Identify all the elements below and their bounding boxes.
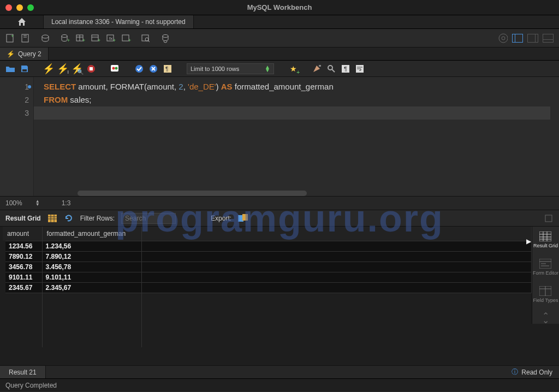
wrap-icon[interactable]: [355, 64, 365, 74]
dropdown-arrows-icon: ▲▼: [265, 66, 270, 72]
create-schema-icon[interactable]: +: [60, 33, 70, 43]
toggle-output-icon[interactable]: [543, 34, 554, 43]
svg-point-31: [328, 66, 332, 70]
home-tab[interactable]: [0, 15, 44, 28]
toggle-autocommit-icon[interactable]: [110, 64, 120, 74]
zoom-window-button[interactable]: [27, 4, 34, 11]
invisible-chars-icon[interactable]: ¶: [341, 64, 350, 74]
readonly-label: Read Only: [521, 369, 552, 376]
save-file-icon[interactable]: [20, 64, 29, 74]
connection-tab[interactable]: Local instance 3306 - Warning - not supp…: [44, 15, 194, 28]
result-toolbar: Result Grid Filter Rows: Export:: [0, 210, 559, 227]
svg-text:+: +: [11, 33, 14, 39]
svg-text:+: +: [113, 38, 116, 43]
svg-point-26: [135, 65, 143, 73]
stop-icon[interactable]: [86, 64, 96, 74]
beautify-icon[interactable]: [312, 64, 322, 74]
create-table-icon[interactable]: +: [75, 33, 85, 43]
zoom-label: 100%: [5, 199, 22, 207]
row-limit-select[interactable]: Limit to 1000 rows ▲▼: [187, 63, 274, 74]
svg-text:fx: fx: [109, 36, 112, 41]
column-header[interactable]: formatted_amount_german: [42, 227, 141, 241]
app-title: MySQL Workbench: [0, 3, 559, 11]
chevron-updown-icon: ⌃⌄: [539, 313, 552, 324]
lightning-icon: ⚡: [7, 50, 15, 58]
svg-rect-22: [90, 67, 93, 70]
execute-current-icon[interactable]: ⚡I: [58, 64, 68, 74]
svg-text:¶: ¶: [165, 66, 168, 72]
rollback-icon[interactable]: [148, 64, 158, 74]
row-limit-label: Limit to 1000 rows: [191, 66, 239, 72]
create-function-icon[interactable]: +: [121, 33, 131, 43]
column-header[interactable]: amount: [3, 227, 42, 241]
toggle-whitespace-icon[interactable]: ¶: [163, 64, 173, 74]
sidepanel-field-types[interactable]: Field Types: [533, 286, 558, 303]
minimize-window-button[interactable]: [16, 4, 23, 11]
readonly-indicator: ⓘ Read Only: [505, 366, 559, 378]
search-table-data-icon[interactable]: [141, 33, 151, 43]
sql-editor[interactable]: 1 2 3 SELECT amount, FORMAT(amount, 2, '…: [0, 77, 559, 196]
field-types-icon: [539, 286, 552, 296]
toggle-sidebar-icon[interactable]: [512, 34, 523, 43]
reconnect-icon[interactable]: [160, 33, 170, 43]
table-row[interactable]: 2345.672.345,67: [3, 282, 532, 293]
query-tabbar: ⚡ Query 2: [0, 47, 559, 61]
titlebar: MySQL Workbench: [0, 0, 559, 15]
commit-icon[interactable]: [134, 64, 144, 74]
inspector-icon[interactable]: [40, 33, 50, 43]
toggle-secondary-sidebar-icon[interactable]: [527, 34, 538, 43]
table-row[interactable]: 7890.127.890,12: [3, 251, 532, 262]
code-area[interactable]: SELECT amount, FORMAT(amount, 2, 'de_DE'…: [34, 77, 559, 196]
svg-rect-35: [48, 215, 57, 222]
result-area: amount formatted_amount_german 1234.561.…: [0, 227, 559, 365]
result-tab[interactable]: Result 21: [0, 366, 46, 378]
close-window-button[interactable]: [5, 4, 12, 11]
table-row[interactable]: 3456.783.456,78: [3, 262, 532, 272]
table-row[interactable]: 1234.561.234,56: [3, 241, 532, 251]
svg-rect-30: [319, 65, 321, 67]
svg-text:+: +: [98, 38, 100, 43]
settings-icon[interactable]: [498, 33, 508, 43]
svg-point-17: [163, 34, 168, 37]
favorite-icon[interactable]: ★+: [288, 64, 298, 74]
svg-text:¶: ¶: [344, 66, 347, 72]
find-icon[interactable]: [326, 64, 336, 74]
create-view-icon[interactable]: +: [91, 33, 100, 43]
svg-point-18: [499, 34, 508, 43]
window-controls: [5, 4, 34, 11]
sql-toolbar: ⚡ ⚡I ⚡🔍 ¶ Limit to 1000 rows ▲▼ ★+ ¶: [0, 61, 559, 77]
statusbar: Query Completed: [0, 378, 559, 391]
current-line-highlight: [34, 106, 550, 120]
new-sql-tab-icon[interactable]: +: [5, 33, 15, 43]
result-grid[interactable]: amount formatted_amount_german 1234.561.…: [0, 227, 532, 365]
svg-text:+: +: [128, 38, 131, 43]
svg-text:+: +: [67, 38, 70, 43]
svg-rect-37: [242, 214, 248, 221]
sidepanel-form-editor[interactable]: Form Editor: [533, 258, 558, 276]
sidepanel-result-grid[interactable]: Result Grid: [533, 231, 558, 248]
open-file-icon[interactable]: [5, 64, 15, 74]
info-icon: ⓘ: [512, 367, 518, 377]
open-sql-file-icon[interactable]: [21, 33, 31, 43]
grid-view-icon[interactable]: [47, 213, 57, 223]
statement-marker-icon: [28, 85, 31, 88]
collapse-sidepanel-icon[interactable]: ▶: [526, 237, 531, 245]
svg-point-3: [42, 35, 49, 38]
zoom-stepper[interactable]: ▲▼: [35, 200, 40, 206]
query-tab[interactable]: ⚡ Query 2: [0, 47, 49, 60]
result-grid-label: Result Grid: [5, 215, 41, 222]
form-icon: [539, 258, 552, 269]
sidepanel-nav[interactable]: ⌃⌄: [539, 313, 552, 324]
refresh-icon[interactable]: [64, 213, 74, 223]
editor-statusbar: 100% ▲▼ 1:3: [0, 196, 559, 210]
table-row[interactable]: 9101.119.101,11: [3, 272, 532, 282]
horizontal-scrollbar[interactable]: [78, 191, 307, 196]
connection-tab-label: Local instance 3306 - Warning - not supp…: [51, 18, 186, 26]
execute-icon[interactable]: ⚡: [44, 64, 53, 74]
filter-rows-input[interactable]: [121, 213, 176, 224]
svg-rect-39: [539, 231, 551, 241]
create-procedure-icon[interactable]: fx+: [106, 33, 116, 43]
export-icon[interactable]: [238, 213, 248, 223]
explain-icon[interactable]: ⚡🔍: [72, 64, 82, 74]
pin-icon[interactable]: [544, 213, 554, 223]
